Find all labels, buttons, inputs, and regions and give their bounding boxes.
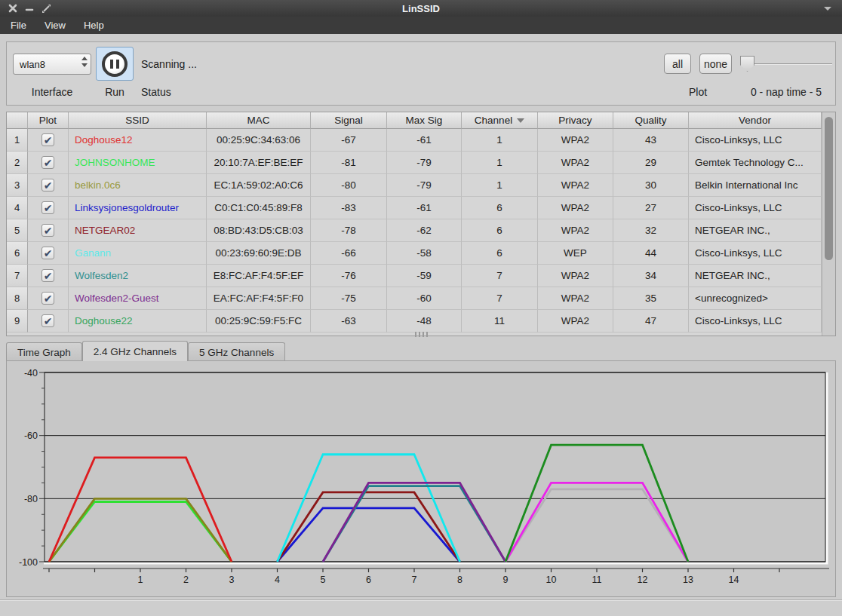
interface-select-value: wlan8 [20,59,45,70]
x-tick-label: 7 [412,575,417,585]
table-row[interactable]: 4✔LinksysjonesgoldrouterC0:C1:C0:45:89:F… [7,197,822,219]
tab-time-graph[interactable]: Time Graph [6,342,82,361]
column-header-label: MAC [247,115,270,126]
splitter-handle[interactable] [410,332,432,337]
table-row[interactable]: 9✔Doghouse2200:25:9C:59:F5:FC-63-4811WPA… [7,310,822,333]
row-number: 2 [7,152,28,174]
tab-5ghz-channels[interactable]: 5 GHz Channels [188,342,285,361]
cell-max-sig: -79 [387,174,462,197]
cell-plot: ✔ [28,287,69,310]
column-header-mac[interactable]: MAC [207,112,311,129]
sort-descending-icon [517,118,524,123]
tab-24ghz-channels[interactable]: 2.4 GHz Channels [82,341,188,361]
cell-channel: 1 [462,152,538,174]
plot-none-button[interactable]: none [699,54,732,74]
y-tick-label: -40 [24,368,38,378]
plot-checkbox[interactable]: ✔ [41,269,54,282]
table-row[interactable]: 3✔belkin.0c6EC:1A:59:02:A0:C6-80-791WPA2… [7,174,822,197]
cell-channel: 1 [462,174,538,197]
cell-signal: -75 [311,287,387,310]
table-scrollbar-thumb[interactable] [825,117,833,260]
minimize-icon[interactable] [24,3,35,14]
table-scrollbar[interactable] [822,112,835,336]
cell-mac: 00:25:9C:34:63:06 [207,129,311,152]
cell-mac: EA:FC:AF:F4:5F:F0 [207,287,311,310]
cell-signal: -76 [311,265,387,287]
table-row[interactable]: 8✔Wolfesden2-GuestEA:FC:AF:F4:5F:F0-75-6… [7,287,822,310]
table-header: PlotSSIDMACSignalMax SigChannelPrivacyQu… [7,112,822,129]
cell-vendor: Cisco-Linksys, LLC [689,310,822,333]
cell-plot: ✔ [28,174,69,197]
nap-time-slider-handle[interactable] [740,56,754,72]
plot-checkbox[interactable]: ✔ [41,133,54,146]
plot-checkbox[interactable]: ✔ [41,292,54,305]
row-number: 3 [7,174,28,197]
column-header-plot[interactable]: Plot [28,112,69,129]
table-row[interactable]: 2✔JOHNSONHOME20:10:7A:EF:BE:EF-81-791WPA… [7,152,822,174]
cell-quality: 44 [613,242,689,265]
cell-mac: C0:C1:C0:45:89:F8 [207,197,311,219]
status-bar [0,599,842,616]
table-row[interactable]: 7✔Wolfesden2E8:FC:AF:F4:5F:EF-76-597WPA2… [7,265,822,287]
cell-mac: 00:23:69:60:9E:DB [207,242,311,265]
plot-checkbox[interactable]: ✔ [41,201,54,214]
cell-mac: 20:10:7A:EF:BE:EF [207,152,311,174]
run-pause-button[interactable] [96,47,134,81]
x-tick-label: 12 [638,575,648,585]
cell-channel: 7 [462,265,538,287]
cell-ssid: Linksysjonesgoldrouter [69,197,207,219]
cell-plot: ✔ [28,129,69,152]
cell-vendor: NETGEAR INC., [689,265,822,287]
x-tick-label: 6 [366,575,371,585]
column-header-label: Signal [334,115,363,126]
cell-signal: -81 [311,152,387,174]
column-header-max-sig[interactable]: Max Sig [387,112,462,129]
cell-max-sig: -58 [387,242,462,265]
close-icon[interactable] [8,3,18,14]
column-header-label: Max Sig [406,115,443,126]
cell-signal: -78 [311,219,387,242]
cell-quality: 32 [613,219,689,242]
shade-caret-icon[interactable] [824,7,831,11]
plot-checkbox[interactable]: ✔ [41,247,54,259]
plot-all-button[interactable]: all [664,54,691,74]
cell-quality: 27 [613,197,689,219]
cell-ssid: belkin.0c6 [69,174,207,197]
menu-view[interactable]: View [37,17,73,33]
column-header-signal[interactable]: Signal [311,112,387,129]
column-header-privacy[interactable]: Privacy [538,112,613,129]
plot-checkbox[interactable]: ✔ [41,314,54,327]
table-row[interactable]: 5✔NETGEAR0208:BD:43:D5:CB:03-78-626WPA23… [7,219,822,242]
plot-checkbox[interactable]: ✔ [41,179,54,192]
cell-vendor: Cisco-Linksys, LLC [689,129,822,152]
column-header-quality[interactable]: Quality [613,112,689,129]
cell-privacy: WEP [538,242,613,265]
y-tick-label: -80 [24,494,38,504]
cell-ssid: Doghouse12 [69,129,207,152]
cell-channel: 6 [462,219,538,242]
cell-mac: EC:1A:59:02:A0:C6 [207,174,311,197]
menu-file[interactable]: File [3,17,34,33]
column-header-vendor[interactable]: Vendor [689,112,822,129]
cell-signal: -80 [311,174,387,197]
interface-label: Interface [13,86,91,98]
table-row[interactable]: 1✔Doghouse1200:25:9C:34:63:06-67-611WPA2… [7,129,822,152]
x-tick-label: 13 [683,575,693,585]
column-header-channel[interactable]: Channel [462,112,538,129]
column-header-label: Privacy [558,115,592,126]
cell-vendor: Gemtek Technology C... [689,152,822,174]
row-number: 4 [7,197,28,219]
cell-quality: 30 [613,174,689,197]
cell-privacy: WPA2 [538,129,613,152]
plot-checkbox[interactable]: ✔ [41,156,54,169]
menu-help[interactable]: Help [76,17,112,33]
column-header-ssid[interactable]: SSID [69,112,207,129]
maximize-icon[interactable] [41,3,51,14]
cell-privacy: WPA2 [538,219,613,242]
interface-select[interactable]: wlan8 [13,54,91,75]
plot-checkbox[interactable]: ✔ [41,224,54,237]
table-row[interactable]: 6✔Ganann00:23:69:60:9E:DB-66-586WEP44Cis… [7,242,822,265]
cell-max-sig: -79 [387,152,462,174]
spinner-arrows-icon[interactable] [81,57,88,67]
row-number: 8 [7,287,28,310]
